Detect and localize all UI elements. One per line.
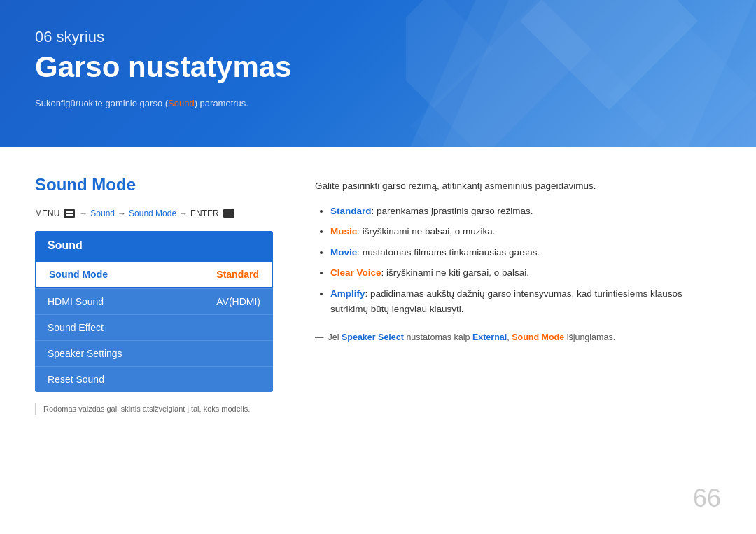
term-amplify: Amplify (330, 288, 365, 299)
menu-path-enter: ENTER (190, 209, 219, 218)
page-number: 66 (693, 484, 721, 513)
speaker-settings-label: Speaker Settings (48, 348, 122, 359)
list-item-amplify: Amplify: padidinamas aukštų dažnių garso… (330, 286, 721, 316)
menu-path-soundmode: Sound Mode (129, 209, 176, 218)
chapter-number: 06 skyrius (35, 28, 721, 46)
note-speaker-select: Speaker Select (342, 332, 404, 342)
note-after: išjungiamas. (564, 332, 615, 342)
sound-panel-item-reset[interactable]: Reset Sound (35, 366, 273, 392)
menu-path: MENU → Sound → Sound Mode → ENTER (35, 209, 273, 218)
panel-note-text: Rodomas vaizdas gali skirtis atsižvelgia… (43, 405, 250, 413)
sound-panel-item-soundmode[interactable]: Sound Mode Standard (35, 260, 273, 288)
bullet-list: Standard: parenkamas įprastinis garso re… (315, 204, 721, 317)
arrow1: → (79, 209, 88, 218)
main-content: Sound Mode MENU → Sound → Sound Mode → E… (0, 147, 756, 443)
subtitle-highlight: Sound (168, 98, 195, 108)
sound-panel-item-speaker[interactable]: Speaker Settings (35, 340, 273, 366)
enter-icon (223, 209, 234, 218)
sound-panel-title: Sound (48, 239, 83, 251)
right-column: Galite pasirinkti garso režimą, atitinka… (315, 175, 721, 415)
sound-mode-label: Sound Mode (49, 269, 108, 280)
menu-icon (64, 209, 75, 218)
sound-panel-item-hdmi[interactable]: HDMI Sound AV(HDMI) (35, 288, 273, 314)
term-standard: Standard (330, 206, 372, 216)
sound-panel-header: Sound (35, 231, 273, 260)
subtitle-before: Sukonfigūruokite gaminio garso ( (35, 98, 168, 108)
left-column: Sound Mode MENU → Sound → Sound Mode → E… (35, 175, 273, 415)
term-music: Music (330, 226, 357, 237)
list-item-music: Music: išryškinami ne balsai, o muzika. (330, 224, 721, 239)
note-sound-mode: Sound Mode (512, 332, 564, 342)
term-clearvoice: Clear Voice (330, 267, 382, 278)
section-title: Sound Mode (35, 175, 273, 195)
menu-path-menu: MENU (35, 209, 59, 218)
term-amplify-rest: : padidinamas aukštų dažnių garso intens… (330, 288, 682, 314)
subtitle-after: ) parametrus. (195, 98, 248, 108)
sound-mode-value: Standard (216, 269, 259, 280)
arrow3: → (179, 209, 188, 218)
header-banner: 06 skyrius Garso nustatymas Sukonfigūruo… (0, 0, 756, 147)
list-item-movie: Movie: nustatomas filmams tinkamiausias … (330, 245, 721, 260)
menu-path-sound: Sound (90, 209, 115, 218)
footer-note: ― Jei Speaker Select nustatomas kaip Ext… (315, 330, 721, 344)
note-external: External (472, 332, 507, 342)
term-movie: Movie (330, 247, 357, 258)
list-item-standard: Standard: parenkamas įprastinis garso re… (330, 204, 721, 219)
note-content: Jei Speaker Select nustatomas kaip Exter… (328, 330, 616, 344)
intro-text: Galite pasirinkti garso režimą, atitinka… (315, 178, 721, 194)
note-middle: nustatomas kaip (404, 332, 472, 342)
note-before: Jei (328, 332, 342, 342)
term-clearvoice-rest: : išryškinami ne kiti garsai, o balsai. (382, 267, 530, 278)
panel-note: Rodomas vaizdas gali skirtis atsižvelgia… (35, 403, 273, 415)
sound-panel-item-effect[interactable]: Sound Effect (35, 314, 273, 340)
header-subtitle: Sukonfigūruokite gaminio garso (Sound) p… (35, 98, 721, 108)
hdmi-sound-label: HDMI Sound (48, 296, 104, 307)
arrow2: → (118, 209, 126, 218)
term-movie-rest: : nustatomas filmams tinkamiausias garsa… (357, 247, 540, 258)
term-music-rest: : išryškinami ne balsai, o muzika. (357, 226, 495, 237)
term-standard-rest: : parenkamas įprastinis garso režimas. (372, 206, 533, 216)
hdmi-sound-value: AV(HDMI) (216, 296, 260, 307)
sound-panel: Sound Sound Mode Standard HDMI Sound AV(… (35, 231, 273, 392)
sound-effect-label: Sound Effect (48, 322, 104, 333)
page-title: Garso nustatymas (35, 50, 721, 84)
reset-sound-label: Reset Sound (48, 374, 104, 385)
list-item-clearvoice: Clear Voice: išryškinami ne kiti garsai,… (330, 265, 721, 281)
note-dash: ― (315, 330, 324, 344)
